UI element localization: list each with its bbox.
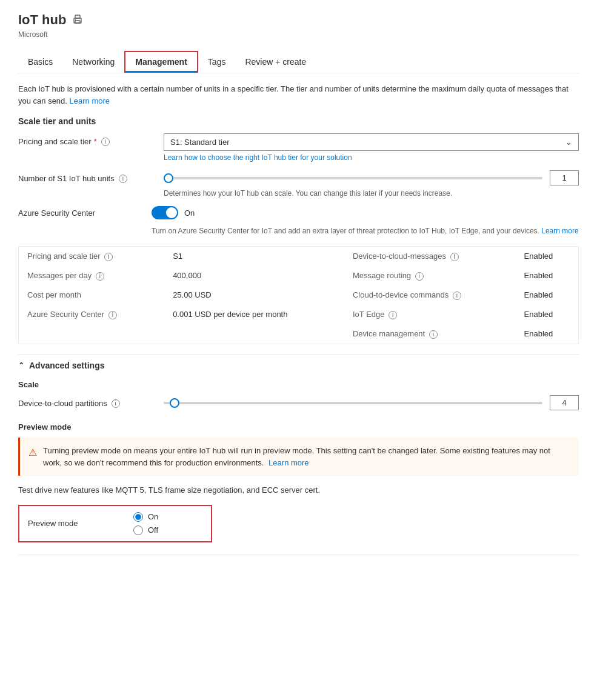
scale-sub-header: Scale bbox=[18, 380, 579, 389]
preview-mode-label: Preview mode bbox=[28, 519, 125, 528]
security-row: Azure Security Center On Turn on Azure S… bbox=[18, 206, 579, 236]
scale-section-header: Scale tier and units bbox=[18, 116, 579, 126]
info-icon-ctd[interactable]: i bbox=[453, 292, 461, 300]
radio-options: On Off bbox=[133, 512, 158, 535]
preview-on-option[interactable]: On bbox=[133, 512, 158, 522]
security-description: Turn on Azure Security Center for IoT an… bbox=[18, 225, 579, 236]
units-row: Number of S1 IoT hub units i 1 Determine… bbox=[18, 170, 579, 198]
partitions-slider[interactable] bbox=[164, 402, 542, 404]
pricing-hint-link[interactable]: Learn how to choose the right IoT hub ti… bbox=[164, 153, 579, 162]
security-toggle-text: On bbox=[184, 208, 195, 218]
units-info-icon[interactable]: i bbox=[119, 175, 127, 183]
table-row: Cost per month 25.00 USD Cloud-to-device… bbox=[19, 285, 578, 305]
pricing-info-icon[interactable]: i bbox=[101, 138, 110, 146]
tab-bar: Basics Networking Management Tags Review… bbox=[18, 51, 579, 73]
pricing-required: * bbox=[94, 137, 97, 146]
description-learn-more-link[interactable]: Learn more bbox=[70, 96, 110, 105]
table-row: Pricing and scale tier i S1 Device-to-cl… bbox=[19, 247, 578, 266]
info-table: Pricing and scale tier i S1 Device-to-cl… bbox=[18, 246, 579, 344]
page-subtitle: Microsoft bbox=[18, 30, 579, 39]
description-text: Each IoT hub is provisioned with a certa… bbox=[18, 83, 579, 107]
partitions-info-icon[interactable]: i bbox=[112, 399, 120, 408]
svg-point-3 bbox=[75, 19, 76, 20]
tab-management[interactable]: Management bbox=[124, 51, 198, 73]
units-control: 1 Determines how your IoT hub can scale.… bbox=[164, 170, 579, 198]
preview-mode-radio-section: Preview mode On Off bbox=[18, 505, 212, 542]
info-icon-security[interactable]: i bbox=[108, 311, 117, 319]
pricing-label: Pricing and scale tier * i bbox=[18, 133, 152, 146]
info-icon-dtc[interactable]: i bbox=[450, 253, 459, 261]
info-icon-messages[interactable]: i bbox=[96, 272, 104, 281]
info-icon-pricing[interactable]: i bbox=[104, 253, 113, 261]
security-label: Azure Security Center bbox=[18, 206, 152, 218]
print-icon[interactable] bbox=[72, 14, 83, 27]
bottom-divider bbox=[18, 555, 579, 555]
chevron-up-icon: ⌃ bbox=[18, 361, 24, 370]
tab-tags[interactable]: Tags bbox=[198, 52, 236, 72]
pricing-row: Pricing and scale tier * i S1: Standard … bbox=[18, 133, 579, 162]
table-row: Device management i Enabled bbox=[19, 324, 578, 344]
security-toggle[interactable] bbox=[152, 206, 178, 219]
security-toggle-row: Azure Security Center On bbox=[18, 206, 579, 219]
pricing-dropdown[interactable]: S1: Standard tier ⌄ bbox=[164, 133, 579, 151]
table-row: Messages per day i 400,000 Message routi… bbox=[19, 266, 578, 285]
page-title: IoT hub bbox=[18, 12, 66, 28]
preview-off-option[interactable]: Off bbox=[133, 525, 158, 535]
partitions-value: 4 bbox=[550, 395, 579, 410]
units-label: Number of S1 IoT hub units i bbox=[18, 170, 152, 183]
info-icon-devmgmt[interactable]: i bbox=[429, 330, 438, 339]
info-icon-routing[interactable]: i bbox=[415, 272, 424, 281]
units-hint: Determines how your IoT hub can scale. Y… bbox=[164, 189, 579, 198]
partitions-row: Device-to-cloud partitions i 4 bbox=[18, 395, 579, 414]
tab-networking[interactable]: Networking bbox=[62, 52, 124, 72]
page-header: IoT hub bbox=[18, 12, 579, 28]
advanced-settings-header[interactable]: ⌃ Advanced settings bbox=[18, 354, 579, 370]
preview-mode-row: Preview mode On Off bbox=[28, 512, 202, 535]
units-slider-row: 1 bbox=[164, 170, 579, 185]
svg-rect-2 bbox=[75, 21, 80, 23]
partitions-slider-row: 4 bbox=[164, 395, 579, 410]
tab-review[interactable]: Review + create bbox=[235, 52, 316, 72]
preview-mode-header: Preview mode bbox=[18, 422, 579, 432]
test-drive-text: Test drive new features like MQTT 5, TLS… bbox=[18, 484, 579, 496]
table-row: Azure Security Center i 0.001 USD per de… bbox=[19, 305, 578, 324]
preview-off-radio[interactable] bbox=[133, 525, 143, 535]
tab-basics[interactable]: Basics bbox=[18, 52, 62, 72]
units-slider[interactable] bbox=[164, 177, 542, 179]
warning-text-container: Turning preview mode on means your entir… bbox=[43, 445, 570, 468]
warning-icon: ⚠ bbox=[28, 445, 37, 460]
units-value: 1 bbox=[550, 170, 579, 185]
svg-rect-1 bbox=[75, 15, 80, 18]
info-icon-edge[interactable]: i bbox=[389, 311, 397, 319]
preview-on-radio[interactable] bbox=[133, 512, 143, 522]
preview-warning-box: ⚠ Turning preview mode on means your ent… bbox=[18, 438, 579, 476]
dropdown-chevron-icon: ⌄ bbox=[565, 138, 572, 147]
pricing-control: S1: Standard tier ⌄ Learn how to choose … bbox=[164, 133, 579, 162]
security-learn-more-link[interactable]: Learn more bbox=[541, 227, 578, 235]
security-toggle-control: On bbox=[152, 206, 195, 219]
partitions-control: 4 bbox=[164, 395, 579, 414]
partitions-label: Device-to-cloud partitions i bbox=[18, 395, 152, 408]
warning-learn-more-link[interactable]: Learn more bbox=[268, 458, 309, 467]
